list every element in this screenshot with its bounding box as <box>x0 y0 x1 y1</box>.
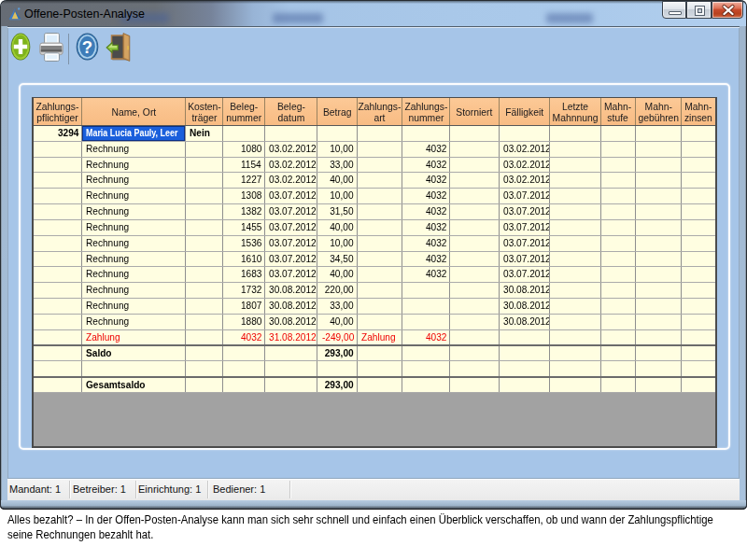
svg-text:?: ? <box>82 37 92 57</box>
